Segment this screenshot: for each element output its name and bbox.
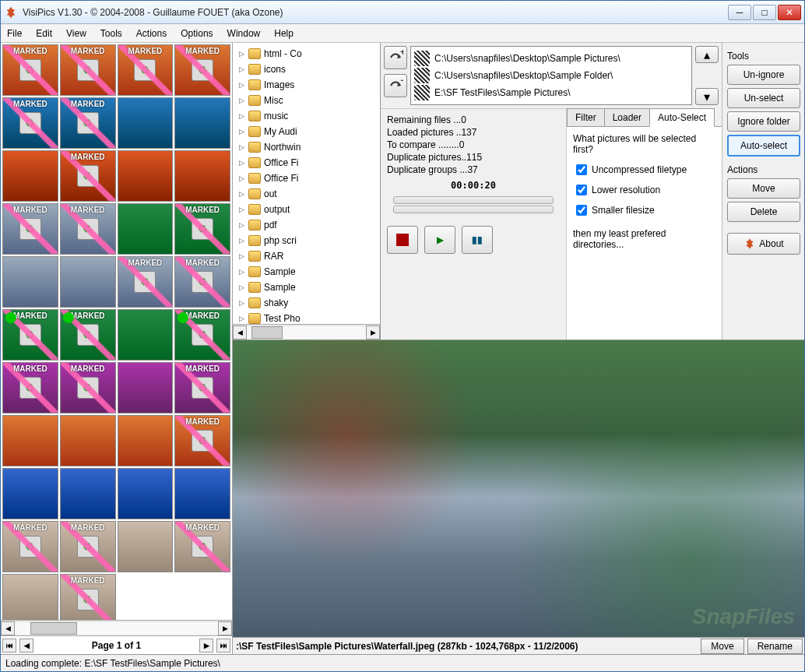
tree-item[interactable]: ▷Images: [239, 77, 380, 93]
tree-hscroll[interactable]: ◀▶: [233, 324, 380, 340]
tree-item[interactable]: ▷html - Co: [239, 46, 380, 62]
thumbnail[interactable]: [174, 362, 230, 413]
page-prev-button[interactable]: ◀: [19, 639, 33, 653]
tab-loader[interactable]: Loader: [604, 108, 650, 126]
thumbnail[interactable]: [60, 150, 116, 202]
menu-options[interactable]: Options: [181, 28, 213, 39]
thumbnail[interactable]: [2, 468, 58, 519]
autoselect-button[interactable]: Auto-select: [727, 135, 800, 157]
path-item[interactable]: C:\Users\snapfiles\Desktop\Sample Folder…: [414, 67, 688, 84]
tree-item[interactable]: ▷Northwin: [239, 139, 380, 155]
thumbnail[interactable]: [118, 362, 174, 413]
page-next-button[interactable]: ▶: [199, 639, 213, 653]
thumbnail[interactable]: [174, 203, 230, 255]
thumbnail[interactable]: [2, 309, 58, 361]
menu-help[interactable]: Help: [274, 28, 294, 39]
thumbnail[interactable]: [118, 150, 174, 202]
preview-move-button[interactable]: Move: [701, 639, 743, 654]
scroll-left-button[interactable]: ◀: [1, 621, 15, 635]
path-item[interactable]: E:\SF TestFiles\Sample Pictures\: [414, 84, 688, 101]
stop-button[interactable]: [387, 226, 418, 254]
menu-view[interactable]: View: [66, 28, 86, 39]
menu-file[interactable]: File: [7, 28, 22, 39]
folder-tree[interactable]: ▷html - Co▷icons▷Images▷Misc▷music▷My Au…: [233, 43, 380, 324]
thumbnail[interactable]: [2, 44, 58, 96]
thumbnail[interactable]: [60, 521, 116, 572]
thumbnail[interactable]: [118, 203, 174, 255]
menu-actions[interactable]: Actions: [136, 28, 167, 39]
thumbnail[interactable]: [174, 468, 230, 519]
thumbnail[interactable]: [2, 256, 58, 308]
thumbnail-hscroll[interactable]: ◀ ▶: [1, 620, 232, 635]
minimize-button[interactable]: ─: [728, 5, 751, 20]
tree-item[interactable]: ▷My Audi: [239, 124, 380, 139]
maximize-button[interactable]: □: [753, 5, 776, 20]
unignore-button[interactable]: Un-ignore: [727, 65, 800, 85]
pause-button[interactable]: ▮▮: [462, 226, 493, 254]
menu-tools[interactable]: Tools: [100, 28, 122, 39]
thumbnail[interactable]: [118, 415, 174, 466]
close-button[interactable]: ✕: [778, 5, 801, 20]
tree-item[interactable]: ▷pdf: [239, 217, 380, 233]
thumbnail[interactable]: [118, 97, 174, 149]
tree-item[interactable]: ▷out: [239, 186, 380, 202]
thumbnail[interactable]: [174, 97, 230, 149]
thumbnail[interactable]: [118, 468, 174, 519]
tree-item[interactable]: ▷icons: [239, 62, 380, 77]
thumbnail[interactable]: [2, 574, 58, 620]
tree-item[interactable]: ▷Test Pho: [239, 311, 380, 324]
thumbnail[interactable]: [174, 415, 230, 466]
menu-window[interactable]: Window: [227, 28, 261, 39]
path-down-button[interactable]: ▾: [695, 88, 719, 105]
tree-item[interactable]: ▷Office Fi: [239, 155, 380, 171]
check-lower-res[interactable]: Lower resolution: [573, 180, 715, 200]
thumbnail[interactable]: [60, 97, 116, 149]
tab-filter[interactable]: Filter: [567, 108, 605, 126]
thumbnail[interactable]: [60, 415, 116, 466]
tree-item[interactable]: ▷output: [239, 202, 380, 217]
thumbnail[interactable]: [60, 362, 116, 413]
thumbnail[interactable]: [118, 256, 174, 308]
thumbnail[interactable]: [118, 309, 174, 361]
remove-folder-button[interactable]: −: [384, 74, 407, 97]
menu-edit[interactable]: Edit: [36, 28, 52, 39]
thumbnail[interactable]: [2, 150, 58, 202]
path-up-button[interactable]: ▴: [695, 46, 719, 63]
thumbnail[interactable]: [174, 150, 230, 202]
thumbnail[interactable]: [174, 309, 230, 361]
check-smaller-size[interactable]: Smaller filesize: [573, 200, 715, 220]
tab-autoselect[interactable]: Auto-Select: [649, 108, 715, 127]
thumbnail[interactable]: [174, 44, 230, 96]
tree-item[interactable]: ▷Misc: [239, 93, 380, 108]
thumbnail[interactable]: [118, 44, 174, 96]
thumbnail[interactable]: [2, 97, 58, 149]
thumbnail[interactable]: [60, 256, 116, 308]
tree-item[interactable]: ▷music: [239, 108, 380, 124]
preview-rename-button[interactable]: Rename: [747, 639, 803, 654]
thumbnail[interactable]: [174, 521, 230, 572]
page-first-button[interactable]: ⏮: [2, 639, 16, 653]
thumbnail[interactable]: [2, 521, 58, 572]
path-list[interactable]: C:\Users\snapfiles\Desktop\Sample Pictur…: [410, 46, 692, 105]
tree-item[interactable]: ▷shaky: [239, 295, 380, 311]
path-item[interactable]: C:\Users\snapfiles\Desktop\Sample Pictur…: [414, 50, 688, 67]
tree-item[interactable]: ▷Office Fi: [239, 171, 380, 186]
page-last-button[interactable]: ⏭: [216, 639, 230, 653]
scroll-right-button[interactable]: ▶: [218, 621, 232, 635]
play-button[interactable]: ▶: [424, 226, 455, 254]
tree-item[interactable]: ▷Sample: [239, 280, 380, 295]
thumbnail[interactable]: [174, 256, 230, 308]
tree-item[interactable]: ▷php scri: [239, 233, 380, 248]
unselect-button[interactable]: Un-select: [727, 88, 800, 108]
ignorefolder-button[interactable]: Ignore folder: [727, 111, 800, 132]
delete-button[interactable]: Delete: [727, 202, 800, 222]
thumbnail[interactable]: [60, 309, 116, 361]
tree-item[interactable]: ▷RAR: [239, 248, 380, 264]
move-button[interactable]: Move: [727, 178, 800, 199]
tree-item[interactable]: ▷Sample: [239, 264, 380, 280]
about-button[interactable]: About: [727, 233, 800, 255]
thumbnail[interactable]: [60, 44, 116, 96]
thumbnail[interactable]: [60, 468, 116, 519]
thumbnail[interactable]: [2, 362, 58, 413]
thumbnail[interactable]: [60, 574, 116, 620]
